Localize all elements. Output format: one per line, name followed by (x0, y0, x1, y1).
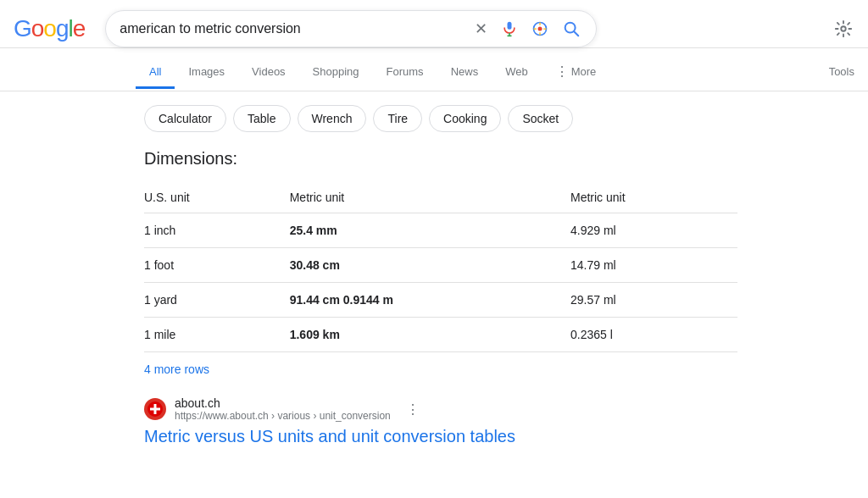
chip-cooking[interactable]: Cooking (429, 105, 501, 132)
result-title[interactable]: Metric versus US units and unit conversi… (144, 427, 743, 446)
header: G o o g l e american to metric conversio… (0, 0, 868, 48)
us-unit-inch: 1 inch (144, 213, 290, 248)
settings-button[interactable] (832, 18, 854, 40)
chip-tire[interactable]: Tire (373, 105, 422, 132)
lens-button[interactable] (530, 19, 550, 39)
nav-tabs: All Images Videos Shopping Forums News W… (0, 48, 868, 91)
table-row: 1 yard 91.44 cm 0.9144 m 29.57 ml (144, 283, 737, 318)
search-result: about.ch https://www.about.ch › various … (144, 396, 743, 446)
result-domain: about.ch (175, 396, 391, 410)
tab-more[interactable]: ⋮ More (542, 55, 610, 91)
svg-rect-0 (508, 22, 512, 30)
search-icons: ✕ (473, 18, 582, 40)
camera-icon (531, 20, 548, 37)
col-header-metric1: Metric unit (290, 182, 570, 213)
col-header-metric2: Metric unit (570, 182, 737, 213)
logo-letter-e: e (73, 15, 86, 42)
result-url: https://www.about.ch › various › unit_co… (175, 410, 391, 422)
search-bar: american to metric conversion ✕ (105, 10, 597, 47)
col-header-us: U.S. unit (144, 182, 290, 213)
us-unit-mile: 1 mile (144, 318, 290, 352)
table-row: 1 foot 30.48 cm 14.79 ml (144, 248, 737, 283)
tab-images[interactable]: Images (175, 57, 238, 89)
clear-icon: ✕ (475, 19, 487, 38)
more-label: More (571, 65, 597, 78)
chip-table[interactable]: Table (233, 105, 290, 132)
logo-letter-o1: o (31, 15, 44, 42)
logo-letter-g2: g (56, 15, 69, 42)
google-logo: G o o g l e (14, 15, 85, 42)
metric2-yard: 29.57 ml (570, 283, 737, 318)
microphone-button[interactable] (499, 19, 520, 39)
tab-news[interactable]: News (437, 57, 492, 89)
filter-chips: Calculator Table Wrench Tire Cooking Soc… (144, 105, 743, 132)
chip-socket[interactable]: Socket (508, 105, 573, 132)
tab-web[interactable]: Web (492, 57, 542, 89)
microphone-icon (501, 20, 518, 37)
dimensions-title: Dimensions: (144, 149, 743, 169)
metric1-inch: 25.4 mm (290, 213, 570, 248)
swiss-cross-icon (147, 401, 163, 417)
metric2-inch: 4.929 ml (570, 213, 737, 248)
logo-letter-g: G (14, 15, 31, 42)
chip-wrench[interactable]: Wrench (298, 105, 367, 132)
metric2-mile: 0.2365 l (570, 318, 737, 352)
result-favicon (144, 398, 166, 420)
tab-all[interactable]: All (136, 57, 175, 89)
result-source: about.ch https://www.about.ch › various … (144, 396, 743, 422)
result-more-options[interactable]: ⋮ (406, 401, 420, 418)
search-input[interactable]: american to metric conversion (120, 21, 465, 36)
metric1-mile: 1.609 km (290, 318, 570, 352)
svg-rect-10 (150, 408, 160, 411)
conversion-table: U.S. unit Metric unit Metric unit 1 inch… (144, 182, 737, 352)
tab-videos[interactable]: Videos (238, 57, 299, 89)
metric1-yard: 91.44 cm 0.9144 m (290, 283, 570, 318)
more-rows-link[interactable]: 4 more rows (144, 362, 209, 376)
clear-button[interactable]: ✕ (473, 18, 489, 40)
table-row: 1 mile 1.609 km 0.2365 l (144, 318, 737, 352)
search-button[interactable] (560, 18, 582, 40)
gear-icon (834, 19, 853, 38)
tab-forums[interactable]: Forums (373, 57, 437, 89)
tab-shopping[interactable]: Shopping (299, 57, 373, 89)
logo-letter-o2: o (43, 15, 56, 42)
svg-point-7 (841, 26, 846, 31)
metric2-foot: 14.79 ml (570, 248, 737, 283)
chip-calculator[interactable]: Calculator (144, 105, 226, 132)
result-site-info: about.ch https://www.about.ch › various … (175, 396, 391, 422)
metric1-foot: 30.48 cm (290, 248, 570, 283)
svg-point-4 (538, 27, 542, 31)
table-row: 1 inch 25.4 mm 4.929 ml (144, 213, 737, 248)
header-right (822, 18, 854, 40)
more-dots-icon: ⋮ (555, 64, 569, 80)
us-unit-foot: 1 foot (144, 248, 290, 283)
svg-line-6 (575, 31, 579, 36)
tab-tools[interactable]: Tools (815, 57, 868, 89)
us-unit-yard: 1 yard (144, 283, 290, 318)
main-content: Calculator Table Wrench Tire Cooking Soc… (0, 91, 763, 460)
search-icon (562, 19, 581, 38)
